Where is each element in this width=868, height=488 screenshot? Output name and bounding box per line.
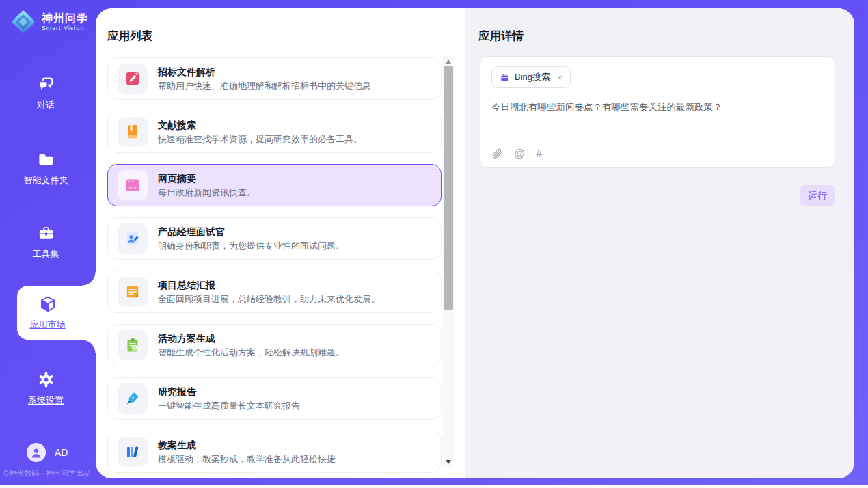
app-title: 产品经理面试官: [158, 226, 344, 238]
app-icon-tile: [118, 277, 148, 307]
person-icon: [29, 446, 43, 459]
app-title: 教案生成: [158, 439, 336, 451]
app-description: 快速精准查找学术资源，提高研究效率的必备工具。: [158, 134, 362, 145]
app-description: 模板驱动，教案秒成，教学准备从此轻松快捷: [158, 454, 336, 465]
app-icon-tile: </>: [118, 170, 148, 200]
app-list-panel: 应用列表 招标文件解析 帮助用户快速、准确地理解和解析招标书中的关键信息: [96, 8, 465, 478]
diamond-logo-icon: [10, 9, 36, 35]
prompt-toolbar: @ #: [491, 148, 542, 159]
bid-doc-icon: [124, 70, 141, 87]
sidebar-item-toolset[interactable]: 工具集: [0, 224, 92, 260]
logo-title: 神州问学: [42, 12, 88, 25]
run-button[interactable]: 运行: [800, 185, 835, 206]
avatar: [27, 443, 46, 462]
bottom-edge-strip: [0, 485, 868, 488]
book-icon: [124, 124, 141, 140]
books-icon: [124, 444, 141, 460]
app-list-item-project-summary[interactable]: 项目总结汇报 全面回顾项目进展，总结经验教训，助力未来优化发展。: [107, 271, 442, 313]
content-area: 应用列表 招标文件解析 帮助用户快速、准确地理解和解析招标书中的关键信息: [96, 8, 854, 478]
user-name: AD: [55, 447, 68, 458]
tool-chip-label: Bing搜索: [515, 71, 550, 83]
app-icon-tile: [118, 383, 148, 414]
sidebar-item-label: 工具集: [33, 248, 59, 260]
app-title: 网页摘要: [158, 173, 256, 185]
svg-text:</>: </>: [128, 185, 137, 191]
app-icon-tile: [118, 330, 148, 360]
prompt-card: Bing搜索 × 今日湖北有哪些新闻要点？有哪些需要关注的最新政策？ @ #: [480, 56, 835, 168]
app-icon-tile: [118, 117, 148, 147]
app-logo: 神州问学 Smart Vision: [10, 9, 88, 35]
app-list-item-research-report[interactable]: 研究报告 一键智能生成高质量长文本研究报告: [107, 377, 442, 420]
copyright-text: ©神州数码 · 神州问学出品: [3, 468, 95, 478]
logo-subtitle: Smart Vision: [42, 25, 88, 31]
scroll-down-icon[interactable]: [443, 459, 454, 465]
sidebar-item-smart-folder[interactable]: 智能文件夹: [0, 150, 92, 187]
app-list-item-lesson-plan[interactable]: 教案生成 模板驱动，教案秒成，教学准备从此轻松快捷: [107, 431, 442, 473]
app-list-item-activity-plan[interactable]: 活动方案生成 智能生成个性化活动方案，轻松解决规划难题。: [107, 324, 442, 366]
web-browser-icon: </>: [124, 177, 141, 193]
app-description: 帮助用户快速、准确地理解和解析招标书中的关键信息: [158, 81, 371, 92]
hash-icon[interactable]: #: [536, 148, 542, 159]
user-account[interactable]: AD: [27, 443, 68, 462]
app-list-item-web-summary[interactable]: </> 网页摘要 每日政府新闻资讯快查。: [107, 164, 442, 206]
sidebar-item-label: 应用市场: [30, 318, 66, 331]
briefcase-icon: [500, 72, 510, 83]
scrollbar-thumb[interactable]: [444, 66, 453, 310]
app-list-item-pm-interviewer[interactable]: 产品经理面试官 明确身份和职责，为您提供专业性的面试问题。: [107, 217, 442, 260]
app-description: 智能生成个性化活动方案，轻松解决规划难题。: [158, 347, 344, 358]
app-list: 招标文件解析 帮助用户快速、准确地理解和解析招标书中的关键信息 文献搜索 快速精…: [107, 57, 442, 478]
sidebar-item-label: 对话: [37, 99, 55, 111]
app-icon-tile: [118, 437, 148, 467]
scrollbar[interactable]: [443, 56, 454, 467]
clipboard-check-icon: [124, 337, 141, 353]
pen-icon: [124, 390, 141, 407]
sidebar-item-settings[interactable]: 系统设置: [0, 370, 92, 407]
app-description: 每日政府新闻资讯快查。: [158, 187, 256, 198]
app-list-item-literature-search[interactable]: 文献搜索 快速精准查找学术资源，提高研究效率的必备工具。: [107, 111, 442, 153]
app-title: 文献搜索: [158, 120, 362, 131]
paperclip-icon[interactable]: [491, 148, 503, 159]
gear-icon: [37, 370, 55, 389]
app-icon-tile: [118, 223, 148, 254]
app-icon-tile: [118, 64, 148, 94]
report-note-icon: [124, 284, 141, 300]
close-icon[interactable]: ×: [557, 72, 562, 83]
toolbox-icon: [37, 224, 55, 243]
prompt-input[interactable]: 今日湖北有哪些新闻要点？有哪些需要关注的最新政策？: [491, 100, 824, 113]
sidebar-item-app-market[interactable]: 应用市场: [17, 286, 96, 340]
sidebar: 神州问学 Smart Vision 对话 智能文件夹 工具集: [0, 0, 96, 485]
app-title: 项目总结汇报: [158, 280, 380, 291]
app-list-item-bid-parse[interactable]: 招标文件解析 帮助用户快速、准确地理解和解析招标书中的关键信息: [107, 57, 442, 100]
app-list-title: 应用列表: [107, 29, 152, 44]
at-icon[interactable]: @: [514, 148, 525, 159]
app-description: 明确身份和职责，为您提供专业性的面试问题。: [158, 241, 344, 252]
app-title: 招标文件解析: [158, 66, 371, 78]
folder-icon: [37, 150, 55, 169]
app-title: 研究报告: [158, 386, 300, 398]
app-detail-title: 应用详情: [478, 29, 524, 44]
app-title: 活动方案生成: [158, 333, 344, 344]
interview-doc-icon: [124, 230, 141, 247]
scroll-up-icon[interactable]: [443, 58, 454, 65]
sidebar-item-chat[interactable]: 对话: [0, 75, 92, 111]
app-description: 一键智能生成高质量长文本研究报告: [158, 401, 300, 411]
cube-icon: [38, 295, 57, 314]
app-detail-panel: 应用详情 Bing搜索 × 今日湖北有哪些新闻要点？有哪些需要关注的最新政策？ …: [465, 8, 854, 478]
app-description: 全面回顾项目进展，总结经验教训，助力未来优化发展。: [158, 294, 380, 305]
tool-chip-bing-search[interactable]: Bing搜索 ×: [491, 66, 571, 88]
sidebar-item-label: 智能文件夹: [24, 174, 68, 187]
sidebar-item-label: 系统设置: [28, 394, 64, 407]
chat-icon: [37, 75, 55, 94]
